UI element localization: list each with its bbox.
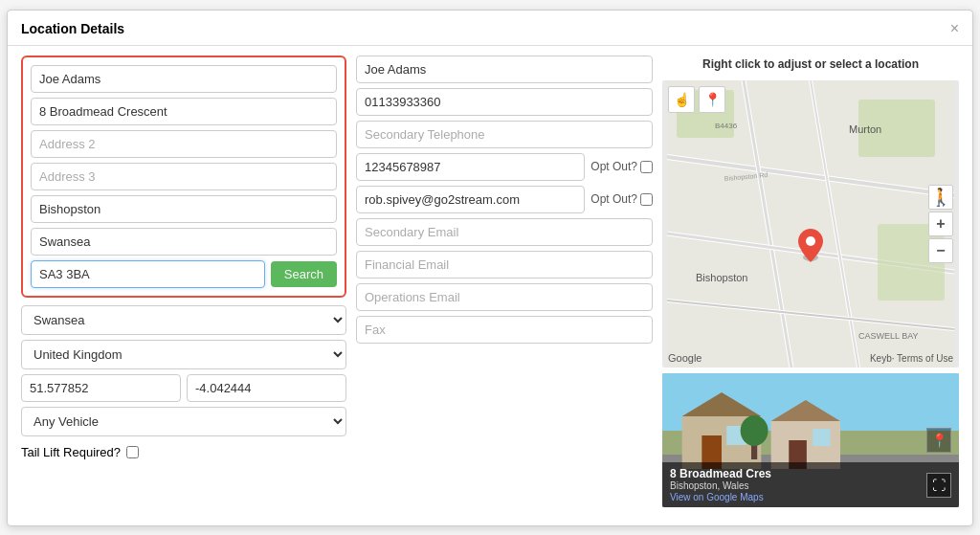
- latitude-input[interactable]: [21, 374, 181, 402]
- financial-email-input[interactable]: [356, 251, 653, 279]
- opt-out-1-checkbox[interactable]: [640, 161, 653, 173]
- mobile-opt-out-row: Opt Out?: [356, 153, 653, 181]
- modal-title: Location Details: [21, 21, 124, 36]
- svg-point-33: [741, 415, 768, 446]
- vehicle-select[interactable]: Any Vehicle: [21, 407, 346, 436]
- phone-input[interactable]: [356, 88, 653, 116]
- email-input[interactable]: [356, 186, 585, 213]
- zoom-in-button[interactable]: +: [928, 212, 953, 236]
- county-input[interactable]: [31, 228, 337, 256]
- sv-pin-icon: 📍: [926, 428, 951, 453]
- map-terms: Keyb· Terms of Use: [870, 353, 953, 364]
- svg-rect-31: [813, 429, 831, 446]
- map-top-controls: ☝ 📍: [668, 86, 725, 113]
- map-zoom-controls: 🚶 + −: [928, 185, 953, 263]
- left-column: Search Swansea United Kingdom Any Vehicl…: [21, 56, 346, 507]
- search-button[interactable]: Search: [271, 261, 337, 287]
- opt-out-1-label: Opt Out?: [590, 160, 653, 173]
- fax-input[interactable]: [356, 316, 653, 344]
- street-view-container[interactable]: 8 Broadmead Cres Bishopston, Wales View …: [662, 373, 959, 507]
- postcode-row: Search: [31, 260, 337, 288]
- modal-body: Search Swansea United Kingdom Any Vehicl…: [8, 46, 972, 517]
- below-address-form: Swansea United Kingdom Any Vehicle Tail …: [21, 305, 346, 463]
- cursor-icon[interactable]: ☝: [668, 86, 695, 113]
- address-form-box: Search: [21, 56, 346, 298]
- country-select[interactable]: United Kingdom: [21, 340, 346, 369]
- operations-email-input[interactable]: [356, 283, 653, 311]
- svg-text:CASWELL BAY: CASWELL BAY: [858, 331, 919, 341]
- sv-address-bold: 8 Broadmead Cres: [670, 467, 951, 480]
- right-column: Right click to adjust or select a locati…: [662, 56, 959, 507]
- sv-google-maps-link[interactable]: View on Google Maps: [670, 492, 764, 502]
- sv-expand-icon[interactable]: ⛶: [926, 473, 951, 498]
- address3-input[interactable]: [31, 163, 337, 190]
- county-select[interactable]: Swansea: [21, 305, 346, 335]
- opt-out-2-label: Opt Out?: [590, 192, 653, 206]
- tail-lift-label: Tail Lift Required?: [21, 445, 121, 459]
- postcode-input[interactable]: [31, 260, 265, 288]
- mobile-input[interactable]: [356, 153, 585, 181]
- tail-lift-checkbox[interactable]: [126, 446, 139, 458]
- middle-column: Opt Out? Opt Out?: [356, 56, 653, 507]
- map-hint: Right click to adjust or select a locati…: [662, 56, 959, 75]
- street-view-overlay: 8 Broadmead Cres Bishopston, Wales View …: [662, 462, 959, 507]
- location-details-modal: Location Details × Search Swansea: [7, 10, 973, 526]
- contact-name-input[interactable]: [356, 56, 653, 83]
- email-opt-out-row: Opt Out?: [356, 186, 653, 213]
- person-icon[interactable]: 🚶: [928, 185, 953, 210]
- svg-text:B4436: B4436: [715, 122, 738, 130]
- modal-close-button[interactable]: ×: [950, 20, 959, 37]
- address1-input[interactable]: [31, 98, 337, 125]
- svg-point-20: [806, 236, 815, 246]
- coords-row: [21, 374, 346, 402]
- opt-out-2-checkbox[interactable]: [640, 193, 653, 206]
- modal-header: Location Details ×: [8, 11, 972, 46]
- pin-icon[interactable]: 📍: [699, 86, 725, 113]
- name-input[interactable]: [31, 65, 337, 93]
- secondary-email-input[interactable]: [356, 218, 653, 246]
- svg-text:Bishopston: Bishopston: [696, 272, 747, 283]
- map-svg: Murton Bishopston CASWELL BAY B4436 Bish…: [662, 80, 959, 368]
- map-container[interactable]: Murton Bishopston CASWELL BAY B4436 Bish…: [662, 80, 959, 368]
- svg-text:Murton: Murton: [849, 123, 881, 135]
- zoom-out-button[interactable]: −: [928, 238, 953, 263]
- longitude-input[interactable]: [187, 374, 346, 402]
- town-input[interactable]: [31, 195, 337, 223]
- tail-lift-row: Tail Lift Required?: [21, 441, 346, 463]
- secondary-phone-input[interactable]: [356, 121, 653, 148]
- google-logo: Google: [668, 352, 702, 364]
- sv-address-sub: Bishopston, Wales: [670, 480, 951, 491]
- address2-input[interactable]: [31, 130, 337, 158]
